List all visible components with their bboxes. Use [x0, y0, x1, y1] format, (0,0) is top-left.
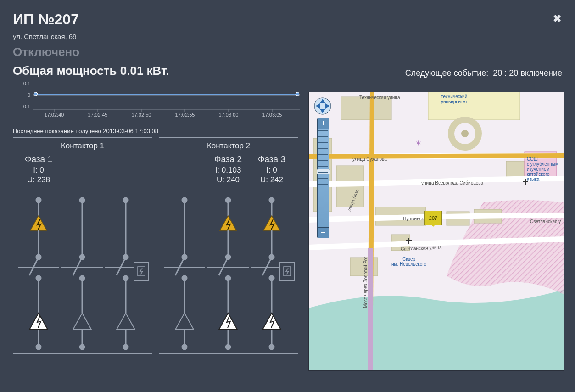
svg-point-4	[296, 92, 299, 96]
map-zoom-control[interactable]: + −	[317, 118, 329, 238]
relay-coil-icon	[134, 262, 149, 281]
svg-point-78	[269, 276, 274, 280]
relay-coil-icon	[279, 262, 295, 281]
power-chart: 0.1 0 -0.1 17:02:40 17:02:45 17:02:50 17	[13, 81, 302, 118]
x-tick-4: 17:03:00	[219, 112, 239, 118]
svg-point-18	[36, 276, 41, 280]
phase-name: Фаза 2	[207, 154, 249, 164]
power-prefix: Общая мощность	[13, 64, 120, 78]
x-tick-5: 17:03:05	[262, 112, 282, 118]
phase-header: Фаза 2I: 0.103U: 240	[207, 154, 249, 185]
y-tick-2: -0.1	[22, 104, 30, 109]
svg-point-45	[123, 345, 128, 349]
y-tick-0: 0.1	[23, 81, 30, 86]
lightning-warning-icon	[263, 216, 280, 230]
svg-point-83	[269, 345, 274, 349]
contactor-title: Контактор 1	[13, 141, 152, 151]
phase-voltage: U: 242	[251, 175, 292, 185]
svg-line-38	[117, 257, 126, 275]
phase-header: Фаза 3I: 0U: 242	[251, 154, 292, 185]
phase-name: Фаза 1	[18, 154, 59, 164]
svg-point-70	[226, 345, 230, 349]
surge-arrow-icon	[219, 313, 237, 330]
phase-current: I: 0.103	[207, 165, 249, 175]
x-tick-1: 17:02:45	[88, 112, 108, 118]
power-unit: кВт.	[143, 64, 169, 78]
svg-point-65	[226, 276, 230, 280]
lightning-warning-icon	[30, 216, 47, 230]
surge-arrow-icon	[29, 313, 48, 330]
map-label-tech-street: Техническая улица	[359, 95, 400, 100]
close-icon[interactable]: ✖	[553, 13, 561, 25]
next-event-action: включение	[520, 68, 562, 78]
svg-rect-89	[341, 97, 391, 120]
x-tick-3: 17:02:55	[175, 112, 195, 118]
next-event-time: 20 : 20	[493, 68, 518, 78]
zoom-out-button[interactable]: −	[318, 227, 329, 238]
x-tick-2: 17:02:50	[132, 112, 151, 118]
phase-voltage: U: 238	[18, 175, 59, 185]
map-label-svetlan-east: Светланская у	[530, 219, 561, 224]
map-label-sukhanov: улица Суханова	[352, 157, 387, 162]
svg-line-76	[262, 257, 272, 275]
x-tick-0: 17:02:40	[45, 112, 64, 118]
map-panel[interactable]: ✶ технический университет Техническая ул…	[308, 92, 564, 371]
phase-current: I: 0	[18, 165, 59, 175]
next-event: Следующее событие: 20 : 20 включение	[405, 68, 562, 78]
total-power: Общая мощность 0.01 кВт.	[13, 64, 169, 78]
svg-point-40	[123, 276, 128, 280]
next-event-label: Следующее событие:	[405, 68, 489, 78]
svg-line-63	[219, 257, 228, 275]
power-value: 0.01	[120, 64, 144, 78]
svg-point-29	[80, 276, 84, 280]
contactor-panel-1: Контактор 1Фаза 1I: 0U: 238	[13, 137, 152, 354]
svg-point-100	[461, 130, 469, 137]
zoom-handle[interactable]	[317, 169, 330, 174]
surge-arrow-icon	[73, 313, 91, 330]
lightning-warning-icon	[220, 216, 236, 230]
map-label-sibirtsev: улица Всеволода Сибирцева	[421, 180, 483, 185]
phase-column	[18, 197, 59, 349]
svg-point-3	[34, 92, 38, 96]
phase-column	[207, 197, 249, 349]
svg-line-50	[175, 257, 184, 275]
svg-point-52	[182, 276, 187, 280]
contactor-title: Контактор 2	[159, 141, 298, 151]
svg-point-34	[80, 345, 84, 349]
map-canvas[interactable]: ✶	[309, 92, 564, 370]
phase-header: Фаза 1I: 0U: 238	[18, 154, 59, 185]
map-label-university: технический университет	[441, 94, 467, 104]
zoom-in-button[interactable]: +	[318, 118, 329, 129]
status-badge: Отключено	[13, 45, 562, 59]
svg-line-16	[29, 257, 39, 275]
surge-arrow-icon	[117, 313, 135, 330]
contactor-panel-2: Контактор 2Фаза 2I: 0.103U: 240Фаза 3I: …	[159, 137, 298, 354]
svg-marker-32	[73, 313, 91, 330]
phase-voltage: U: 240	[207, 175, 249, 185]
map-label-bridge: Мост через Золотой Рог	[363, 257, 368, 308]
phase-name: Фаза 3	[251, 154, 292, 164]
svg-marker-43	[117, 313, 135, 330]
map-label-skver: Сквер им. Невельского	[391, 257, 426, 267]
svg-text:✶: ✶	[415, 139, 421, 147]
svg-point-23	[36, 345, 41, 349]
phase-column	[164, 197, 205, 349]
map-pan-control[interactable]	[313, 97, 332, 115]
svg-line-27	[73, 257, 82, 275]
surge-arrow-icon	[175, 313, 194, 330]
y-tick-1: 0	[28, 92, 30, 98]
svg-point-57	[182, 345, 187, 349]
svg-marker-55	[175, 313, 194, 330]
last-reading-prefix: Последнее показание получено	[13, 128, 103, 134]
last-reading-time: 2013-03-06 17:03:08	[103, 128, 158, 134]
map-label-school: СОШ с углубленным изучением китайского я…	[527, 157, 558, 182]
marker-label: 207	[429, 215, 437, 221]
page-title: ИП №207	[13, 11, 562, 28]
surge-arrow-icon	[262, 313, 281, 330]
phase-column	[61, 197, 103, 349]
map-marker[interactable]: 207	[424, 211, 442, 225]
address: ул. Светланская, 69	[13, 33, 562, 40]
phase-current: I: 0	[251, 165, 292, 175]
